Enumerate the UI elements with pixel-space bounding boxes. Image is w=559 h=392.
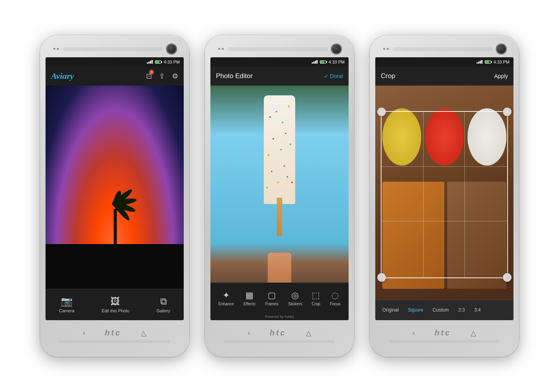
speaker-dots-2 xyxy=(218,48,224,50)
speaker-grill-3 xyxy=(393,47,493,51)
crop-option-square[interactable]: Square xyxy=(405,306,426,314)
phone-1-screen: 4:33 PM Aviary ⊡ 5 ⇪ ⚙ xyxy=(46,57,184,320)
stickers-label: Stickers xyxy=(288,302,302,306)
phone-1: 4:33 PM Aviary ⊡ 5 ⇪ ⚙ xyxy=(40,35,189,357)
battery-indicator-3 xyxy=(485,60,491,64)
status-time-2: 4:33 PM xyxy=(329,60,345,64)
nav-buttons-3: ‹ htc △ xyxy=(413,328,476,337)
bottom-speaker-1 xyxy=(59,340,170,343)
hand xyxy=(268,253,291,282)
gallery-label: Gallery xyxy=(157,308,170,313)
gallery-icon-btn: ⧉ xyxy=(160,296,167,307)
crop-label: Crop xyxy=(312,302,320,306)
frames-tool[interactable]: ▢ Frames xyxy=(265,290,278,306)
crop-box[interactable] xyxy=(381,111,508,278)
building-silhouette xyxy=(46,244,184,289)
back-button-1[interactable]: ‹ xyxy=(83,329,85,337)
crop-handle-tl[interactable] xyxy=(377,108,386,116)
home-button-3[interactable]: △ xyxy=(471,329,476,337)
effects-label: Effects xyxy=(243,302,255,306)
phone-3-bottom: ‹ htc △ xyxy=(375,320,513,352)
frames-label: Frames xyxy=(265,302,278,306)
phone-1-bottom: ‹ htc △ xyxy=(46,320,184,352)
editor-toolbar: Photo Editor ✓ Done xyxy=(210,67,349,86)
status-bar-2: 4:33 PM xyxy=(210,57,349,67)
crop-handle-br[interactable] xyxy=(503,273,512,282)
done-label: Done xyxy=(330,73,343,79)
gallery-button[interactable]: ⧉ Gallery xyxy=(157,296,170,313)
signal-bars-3 xyxy=(477,60,482,64)
speaker-dots xyxy=(53,48,59,50)
bottom-actions: 📷 Camera 🖼 Edit this Photo ⧉ Gallery xyxy=(46,289,184,320)
toolbar-icons: ⊡ 5 ⇪ ⚙ xyxy=(146,72,178,80)
phone-3-top xyxy=(375,41,513,57)
crop-grid-v2 xyxy=(464,112,465,277)
camera-button[interactable]: 📷 Camera xyxy=(59,296,75,313)
crop-handle-bl[interactable] xyxy=(377,273,386,282)
phone-2-top xyxy=(210,41,349,57)
focus-icon: ◌ xyxy=(331,290,339,301)
home-button-1[interactable]: △ xyxy=(141,329,146,337)
aviary-logo: Aviary xyxy=(51,71,141,81)
stickers-tool[interactable]: ◎ Stickers xyxy=(288,290,302,306)
phones-container: 4:33 PM Aviary ⊡ 5 ⇪ ⚙ xyxy=(24,12,535,381)
phone-2-bottom: ‹ htc △ xyxy=(210,320,349,352)
apply-button[interactable]: Apply xyxy=(494,73,508,79)
sprinkles xyxy=(264,95,295,204)
share-icon[interactable]: ⇪ xyxy=(159,72,165,80)
checkmark-icon: ✓ xyxy=(324,73,329,79)
speaker-grill xyxy=(63,47,163,51)
crop-grid-v1 xyxy=(423,112,424,277)
crop-option-original[interactable]: Original xyxy=(379,306,402,314)
phone-2-screen: 4:33 PM Photo Editor ✓ Done xyxy=(210,57,349,320)
crop-option-custom[interactable]: Custom xyxy=(429,306,452,314)
photo-preview xyxy=(46,86,184,289)
nav-buttons-1: ‹ htc △ xyxy=(83,328,146,337)
powered-by-text: Powered by Aviary xyxy=(265,315,294,319)
popsicle xyxy=(264,95,295,223)
enhance-tool[interactable]: ✦ Enhance xyxy=(218,290,234,306)
phone-2: 4:33 PM Photo Editor ✓ Done xyxy=(205,35,354,357)
editor-tools: ✦ Enhance ▦ Effects ▢ Frames ◎ Stickers xyxy=(210,283,349,314)
crop-grid-h1 xyxy=(382,166,507,167)
crop-handle-tr[interactable] xyxy=(503,108,512,116)
speaker-grill-2 xyxy=(228,47,328,51)
done-button[interactable]: ✓ Done xyxy=(324,73,343,79)
focus-label: Focus xyxy=(330,302,340,306)
edit-photo-button[interactable]: 🖼 Edit this Photo xyxy=(102,296,130,313)
crop-toolbar: Crop Apply xyxy=(375,67,513,86)
bottom-speaker-3 xyxy=(389,340,500,343)
battery-indicator-2 xyxy=(320,60,326,64)
popsicle-stick xyxy=(277,198,282,236)
crop-title: Crop xyxy=(381,72,395,80)
frames-icon: ▢ xyxy=(268,290,276,301)
crop-icon: ⬚ xyxy=(312,290,320,301)
effects-tool[interactable]: ▦ Effects xyxy=(243,290,255,306)
crop-option-2-3[interactable]: 2:3 xyxy=(455,306,468,314)
crop-tool[interactable]: ⬚ Crop xyxy=(312,290,320,306)
aviary-toolbar: Aviary ⊡ 5 ⇪ ⚙ xyxy=(46,67,184,86)
front-camera-2 xyxy=(332,45,341,53)
phone-1-top xyxy=(46,41,184,57)
htc-logo-3: htc xyxy=(435,328,451,337)
status-bar-1: 4:33 PM xyxy=(46,57,184,67)
stickers-icon: ◎ xyxy=(291,290,299,301)
camera-label: Camera xyxy=(59,308,75,313)
nav-buttons-2: ‹ htc △ xyxy=(248,328,311,337)
back-button-2[interactable]: ‹ xyxy=(248,329,250,337)
settings-icon[interactable]: ⚙ xyxy=(172,72,178,80)
sunset-photo xyxy=(46,86,184,289)
gallery-icon[interactable]: ⊡ 5 xyxy=(146,72,152,80)
home-button-2[interactable]: △ xyxy=(306,329,311,337)
status-time-3: 4:33 PM xyxy=(493,60,510,64)
camera-icon: 📷 xyxy=(61,296,73,307)
signal-bars-2 xyxy=(312,60,318,64)
status-time-1: 4:33 PM xyxy=(164,60,180,64)
focus-tool[interactable]: ◌ Focus xyxy=(330,290,340,306)
signal-bars xyxy=(147,60,153,64)
crop-grid-h2 xyxy=(382,221,507,221)
bottom-speaker-2 xyxy=(224,340,335,343)
back-button-3[interactable]: ‹ xyxy=(413,329,415,337)
crop-option-3-4[interactable]: 3:4 xyxy=(471,306,484,314)
palm-trunk xyxy=(114,209,117,248)
